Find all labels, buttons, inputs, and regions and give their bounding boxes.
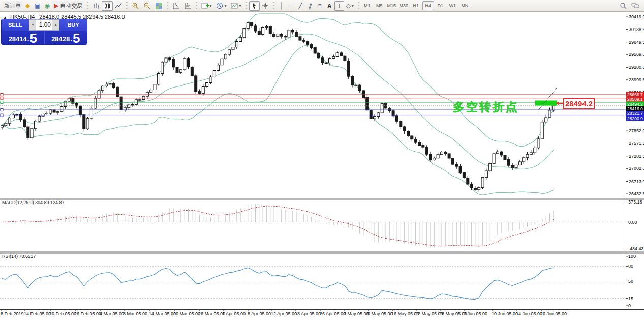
zoom-out-icon[interactable] [141,1,153,11]
period-selector-button[interactable]: ▾ [214,1,229,11]
strategy-tester-icon[interactable]: 1 [182,1,194,11]
toolbar-grip [126,2,128,9]
market-watch-icon[interactable]: ◆ [23,1,33,11]
volume-decrease-button[interactable]: ▼ [29,20,36,30]
chat-icon[interactable] [631,2,640,9]
line-handle[interactable] [1,97,3,99]
svg-text:29280.0: 29280.0 [629,65,644,70]
svg-text:373.18: 373.18 [628,199,642,205]
svg-text:0.00: 0.00 [628,220,637,225]
toolbar-grip [167,2,168,9]
zoom-in-icon[interactable] [130,1,141,11]
vertical-line-tool[interactable]: │ [277,1,286,11]
svg-text:9 May 05:00: 9 May 05:00 [367,311,393,316]
svg-text:30138.5: 30138.5 [629,27,644,32]
indicators-window-icon[interactable]: 1 [170,1,182,11]
price-callout-box[interactable]: 28494.2 [563,98,595,109]
rsi-label: RSI(14) 70.6517 [2,254,36,259]
crosshair-tool[interactable] [260,1,271,11]
timeframe-M5[interactable]: M5 [374,1,385,10]
toolbar-grip [196,2,197,9]
svg-text:28200.9: 28200.9 [627,116,643,121]
turning-point-annotation[interactable]: 多空转折点 [453,99,519,115]
one-click-trading-panel: SELL ▼ 1.00 ▲ BUY 28414.5 28428.5 [2,19,87,44]
svg-text:27852.0: 27852.0 [629,128,644,133]
candlestick-chart-icon[interactable] [102,1,113,11]
svg-text:0: 0 [628,303,631,308]
timeframe-MN[interactable]: MN [459,1,471,10]
timeframe-W1[interactable]: W1 [447,1,458,10]
svg-text:8 Feb 2019: 8 Feb 2019 [1,311,24,316]
svg-text:20 Mar 05:00: 20 Mar 05:00 [173,311,200,316]
add-indicator-button[interactable]: ▾ [199,1,214,11]
text-tool[interactable]: A [325,1,334,11]
timeframe-M1[interactable]: M1 [361,1,373,10]
channel-tool[interactable]: ∥ [304,1,317,11]
line-handle[interactable] [1,114,3,117]
line-handle[interactable] [1,101,3,104]
line-chart-icon[interactable] [113,1,124,11]
chart-svg: 30419.030138.529849.529569.029280.028999… [0,0,644,318]
timeframe-M30[interactable]: M30 [398,1,410,10]
volume-increase-button[interactable]: ▲ [52,20,59,30]
svg-text:8 Apr 05:00: 8 Apr 05:00 [248,311,271,316]
label-tool[interactable]: T [334,1,344,11]
shapes-tool[interactable]: ◇ ▾ [344,1,356,11]
auto-trading-icon: ▶ [54,3,58,9]
panel-divider[interactable] [0,251,644,254]
line-handle[interactable] [1,109,3,111]
svg-text:28999.5: 28999.5 [629,77,644,82]
tile-windows-icon[interactable] [153,1,165,11]
panel-divider[interactable] [0,198,644,200]
toolbar-grip [273,2,274,9]
data-window-icon[interactable]: ▣ [33,1,42,11]
svg-text:14 Mar 05:00: 14 Mar 05:00 [149,311,176,316]
chevron-down-icon: ▾ [210,4,212,8]
svg-text:15: 15 [628,296,633,301]
svg-text:26 Apr 05:00: 26 Apr 05:00 [320,311,346,316]
svg-text:12 Apr 05:00: 12 Apr 05:00 [271,311,297,316]
timeframe-M15[interactable]: M15 [386,1,397,10]
buy-button[interactable]: BUY [59,19,87,31]
timeframe-H4[interactable]: H4 [422,1,434,10]
svg-text:29849.5: 29849.5 [629,40,644,45]
svg-text:27571.5: 27571.5 [629,141,644,146]
terminal-window: 新订单 ◆ ▣ ◉ ▶ 自动交易 1 1 ▾ [0,0,644,318]
template-button[interactable]: ▾ [229,1,243,11]
toolbar: 新订单 ◆ ▣ ◉ ▶ 自动交易 1 1 ▾ [0,0,644,12]
axis-price-tag: 28200.9 [626,116,644,121]
svg-text:20 Jun 05:00: 20 Jun 05:00 [540,311,567,316]
svg-text:100: 100 [628,254,636,259]
svg-text:3 May 05:00: 3 May 05:00 [344,311,369,316]
svg-text:26 Feb 05:00: 26 Feb 05:00 [74,311,101,316]
chevron-down-icon: ▾ [225,4,227,8]
bar-chart-icon[interactable] [90,1,102,11]
svg-text:29569.0: 29569.0 [629,52,644,57]
horizontal-line-tool[interactable]: ─ [286,1,296,11]
auto-trading-button[interactable]: ▶ 自动交易 [52,1,84,11]
chart-area[interactable]: 30419.030138.529849.529569.029280.028999… [0,0,644,318]
svg-text:14 Jun 05:00: 14 Jun 05:00 [516,311,542,316]
svg-text:10 Jun 05:00: 10 Jun 05:00 [492,311,518,316]
fibonacci-tool[interactable]: ≡ [315,1,325,11]
svg-text:18 Apr 05:00: 18 Apr 05:00 [295,311,321,316]
line-handle[interactable] [1,94,3,96]
volume-stepper: ▼ 1.00 ▲ [29,19,59,31]
svg-text:27282.5: 27282.5 [629,154,644,159]
navigator-icon[interactable]: ◉ [42,1,52,11]
macd-label: MACD(12,26,9) 304.89 124.87 [2,200,65,205]
sell-button[interactable]: SELL [2,19,29,31]
cursor-tool[interactable] [249,1,260,11]
svg-text:26 Mar 05:00: 26 Mar 05:00 [198,311,225,316]
svg-text:50: 50 [628,279,633,284]
search-icon[interactable] [620,2,627,10]
volume-input[interactable]: 1.00 [36,20,52,30]
timeframe-D1[interactable]: D1 [435,1,446,10]
chevron-down-icon: ▾ [352,4,354,8]
new-order-button[interactable]: 新订单 [2,1,23,11]
timeframe-H1[interactable]: H1 [410,1,422,10]
buy-price[interactable]: 28428.5 [44,31,87,44]
sell-price[interactable]: 28414.5 [2,31,44,44]
svg-text:3 Jun 05:00: 3 Jun 05:00 [464,311,487,316]
svg-text:-484.43: -484.43 [628,246,644,251]
